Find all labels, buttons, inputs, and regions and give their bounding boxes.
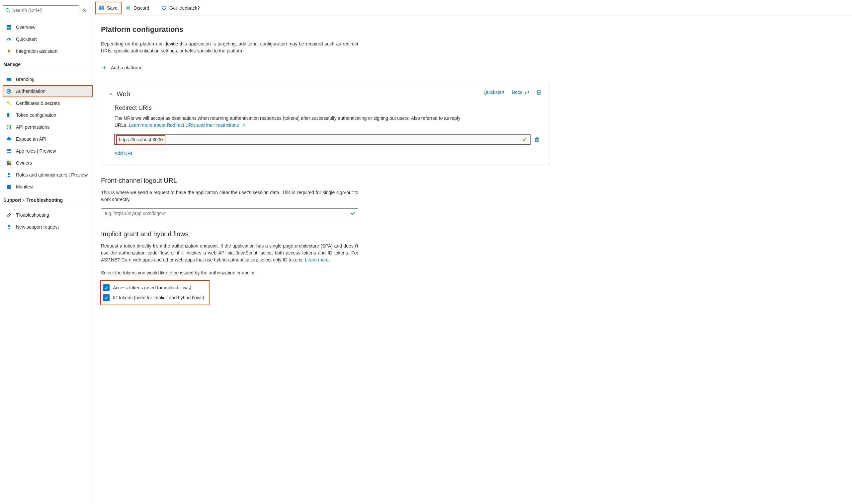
add-platform-button[interactable]: ＋ Add a platform (101, 63, 141, 72)
sidebar-item-integration[interactable]: Integration assistant (3, 45, 93, 57)
docs-link[interactable]: Docs (512, 90, 529, 95)
sidebar-item-certificates[interactable]: Certificates & secrets (3, 97, 93, 109)
discard-button[interactable]: Discard (122, 2, 152, 14)
sidebar-item-label: Branding (16, 77, 35, 82)
heart-icon (161, 5, 167, 11)
access-tokens-checkbox[interactable] (103, 284, 109, 291)
cloud-icon (6, 137, 12, 142)
sidebar-item-overview[interactable]: Overview (3, 21, 93, 33)
toolbar: Save Discard Got feedback? (93, 0, 852, 16)
sidebar-section-manage: Manage (3, 57, 93, 69)
sidebar-item-troubleshooting[interactable]: Troubleshooting (3, 209, 93, 221)
search-input[interactable] (12, 7, 76, 13)
sidebar-item-app-roles[interactable]: App roles | Preview (3, 145, 93, 157)
branding-icon (6, 77, 12, 82)
add-uri-link[interactable]: Add URI (115, 151, 132, 156)
search-box[interactable] (3, 5, 80, 15)
logout-url-wrapper (101, 209, 358, 218)
svg-rect-7 (7, 78, 11, 80)
collapse-sidebar-icon[interactable] (82, 8, 90, 13)
sidebar-item-token-config[interactable]: Token configuration (3, 109, 93, 121)
implicit-heading: Implicit grant and hybrid flows (101, 230, 550, 238)
logout-desc: This is where we send a request to have … (101, 189, 358, 203)
svg-rect-20 (7, 163, 8, 165)
sidebar-item-new-support[interactable]: New support request (3, 221, 93, 233)
sidebar-item-authentication[interactable]: Authentication (3, 85, 93, 97)
wrench-icon (6, 212, 12, 218)
sidebar-item-label: Expose an API (16, 137, 47, 142)
save-label: Save (107, 5, 118, 11)
svg-rect-36 (536, 138, 538, 142)
logout-heading: Front-channel logout URL (101, 177, 550, 184)
sidebar-item-label: Roles and administrators | Preview (16, 172, 88, 178)
svg-point-26 (8, 225, 10, 227)
implicit-learn-more-link[interactable]: Learn more. (305, 257, 330, 263)
svg-rect-11 (7, 113, 7, 117)
svg-rect-25 (8, 187, 10, 187)
sidebar-section-support: Support + Troubleshooting (3, 193, 93, 205)
svg-rect-18 (7, 161, 8, 163)
sidebar-item-api-permissions[interactable]: API permissions (3, 121, 93, 133)
sidebar-item-roles-admins[interactable]: Roles and administrators | Preview (3, 169, 93, 181)
grid-icon (6, 24, 12, 30)
svg-rect-4 (7, 28, 8, 30)
delete-platform-icon[interactable] (536, 90, 541, 95)
add-platform-label: Add a platform (111, 65, 141, 70)
redirect-uri-input[interactable] (165, 135, 519, 144)
sidebar-item-quickstart[interactable]: Quickstart (3, 33, 93, 45)
token-icon (6, 112, 12, 118)
token-checkbox-group: Access tokens (used for implicit flows) … (101, 281, 209, 305)
check-icon (519, 137, 530, 142)
svg-point-22 (8, 173, 10, 175)
sidebar-item-label: Certificates & secrets (16, 101, 60, 106)
support-icon (6, 224, 12, 230)
save-icon (99, 5, 104, 11)
id-tokens-label: ID tokens (used for implicit and hybrid … (113, 295, 204, 300)
svg-point-16 (7, 149, 9, 151)
discard-label: Discard (134, 5, 149, 11)
plus-icon: ＋ (101, 63, 108, 72)
svg-line-1 (8, 11, 10, 12)
svg-rect-21 (9, 163, 11, 165)
key-icon (6, 101, 12, 106)
svg-rect-5 (9, 28, 11, 30)
meter-icon (6, 36, 12, 42)
card-title: Web (117, 90, 130, 98)
delete-uri-icon[interactable] (534, 137, 540, 142)
sidebar-item-label: Overview (16, 24, 35, 30)
quickstart-link[interactable]: Quickstart (484, 90, 504, 95)
sidebar-item-label: Owners (16, 160, 32, 166)
redirect-learn-more-link[interactable]: Learn more about Redirect URIs and their… (129, 122, 245, 128)
svg-rect-27 (101, 6, 103, 7)
close-icon (125, 5, 131, 11)
feedback-button[interactable]: Got feedback? (158, 2, 203, 14)
id-tokens-checkbox[interactable] (103, 294, 109, 301)
manifest-icon (6, 184, 12, 190)
owners-icon (6, 160, 12, 166)
svg-line-10 (8, 103, 11, 105)
access-tokens-label: Access tokens (used for implicit flows) (113, 285, 192, 290)
chevron-up-icon[interactable] (108, 92, 113, 96)
sidebar-item-owners[interactable]: Owners (3, 157, 93, 169)
redirect-uri-value-highlight: https://localhost:3000 (117, 136, 165, 144)
logout-url-input[interactable] (101, 211, 348, 216)
feedback-label: Got feedback? (169, 5, 199, 11)
divider (3, 71, 89, 71)
main: Save Discard Got feedback? Platform conf… (93, 0, 852, 504)
redirect-uris-heading: Redirect URIs (108, 105, 540, 111)
select-tokens-text: Select the tokens you would like to be i… (101, 270, 550, 275)
divider (3, 207, 89, 207)
sidebar-item-label: API permissions (16, 124, 50, 130)
implicit-desc: Request a token directly from the author… (101, 242, 358, 264)
sidebar-item-manifest[interactable]: Manifest (3, 181, 93, 193)
svg-line-6 (9, 39, 10, 40)
sidebar-item-branding[interactable]: Branding (3, 73, 93, 85)
rocket-icon (6, 49, 12, 54)
page-desc: Depending on the platform or device this… (101, 40, 358, 54)
sidebar-item-label: Quickstart (16, 36, 37, 42)
sidebar-item-label: Manifest (16, 184, 34, 190)
sidebar-item-label: Authentication (16, 89, 46, 94)
people-icon (6, 148, 12, 154)
save-button[interactable]: Save (95, 2, 121, 14)
sidebar-item-expose-api[interactable]: Expose an API (3, 133, 93, 145)
